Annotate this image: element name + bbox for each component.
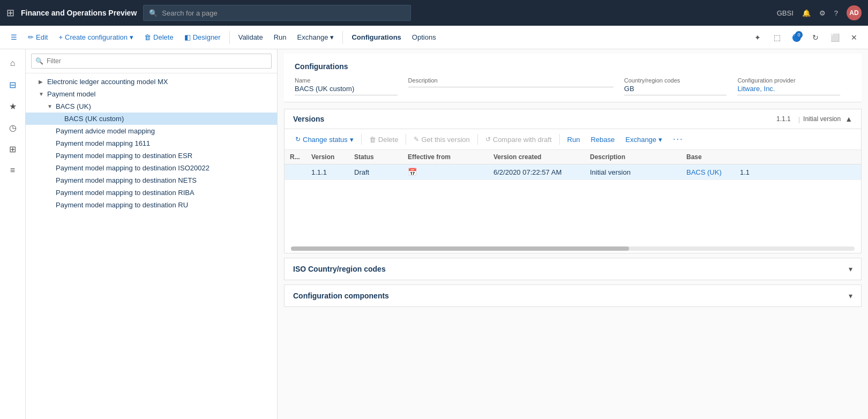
- user-avatar[interactable]: AD: [847, 5, 862, 20]
- home-icon-btn[interactable]: ⌂: [3, 54, 23, 73]
- tree-item-payment-mapping-riba[interactable]: Payment model mapping to destination RIB…: [26, 186, 277, 199]
- expand-btn[interactable]: ⬚: [769, 30, 784, 45]
- settings-icon[interactable]: ⚙: [819, 9, 826, 17]
- filter-search-icon: 🔍: [35, 57, 43, 65]
- col-base-ver-header: [735, 150, 861, 164]
- versions-header: Versions 1.1.1 | Initial version ▲: [285, 109, 861, 129]
- iso-section-header[interactable]: ISO Country/region codes ▾: [285, 258, 861, 280]
- tree-item-payment-mapping-1611[interactable]: Payment model mapping 1611: [26, 137, 277, 149]
- filter-icon-btn[interactable]: ⊟: [3, 75, 23, 94]
- user-label: GBSI: [777, 9, 794, 17]
- tree-item-bacs-uk-custom[interactable]: BACS (UK custom): [26, 113, 277, 125]
- desc-value: [408, 85, 613, 87]
- compare-draft-btn[interactable]: ↺ Compare with draft: [481, 133, 556, 146]
- tree-item-payment-advice[interactable]: Payment advice model mapping: [26, 125, 277, 137]
- versions-scrollbar[interactable]: [291, 246, 855, 251]
- versions-run-btn[interactable]: Run: [563, 133, 585, 146]
- list-icon-btn[interactable]: ≡: [3, 161, 23, 180]
- config-components-header[interactable]: Configuration components ▾: [285, 285, 861, 306]
- versions-scrollbar-thumb: [291, 246, 629, 251]
- config-components-collapse-icon: ▾: [849, 291, 852, 300]
- notification-icon[interactable]: 🔔: [802, 9, 811, 17]
- grid-icon-btn[interactable]: ⊞: [3, 139, 23, 159]
- search-bar[interactable]: 🔍 Search for a page: [143, 5, 411, 21]
- col-status-header: Status: [349, 150, 402, 164]
- country-field: Country/region codes GB: [624, 77, 738, 95]
- tree-item-payment-model[interactable]: ▼Payment model: [26, 88, 277, 100]
- recent-icon-btn[interactable]: ◷: [3, 118, 23, 137]
- versions-sep: |: [798, 115, 800, 123]
- window-btn[interactable]: ⬜: [827, 30, 842, 45]
- get-this-version-btn[interactable]: ✎ Get this version: [409, 133, 474, 146]
- row-version: 1.1.1: [306, 164, 349, 180]
- top-bar: ⊞ Finance and Operations Preview 🔍 Searc…: [0, 0, 868, 26]
- v-separator-3: [477, 134, 478, 145]
- star-icon-btn[interactable]: ★: [3, 96, 23, 116]
- tree-item-bacs-uk[interactable]: ▼BACS (UK): [26, 100, 277, 113]
- main-layout: ⌂ ⊟ ★ ◷ ⊞ ≡ 🔍 ▶Electronic ledger account…: [0, 49, 868, 419]
- badge-btn[interactable]: 🔵 0: [789, 30, 804, 45]
- versions-more-btn[interactable]: ···: [669, 132, 687, 146]
- content-panel: Configurations Name BACS (UK custom) Des…: [278, 49, 868, 419]
- calendar-icon[interactable]: 📅: [408, 168, 417, 176]
- exchange-btn[interactable]: Exchange ▾: [293, 31, 339, 43]
- provider-field: Configuration provider Litware, Inc.: [737, 77, 851, 95]
- tree-item-label: Electronic ledger accounting model MX: [47, 78, 273, 86]
- close-btn[interactable]: ✕: [847, 30, 862, 45]
- provider-value[interactable]: Litware, Inc.: [737, 85, 840, 95]
- versions-collapse-icon[interactable]: ▲: [845, 115, 852, 123]
- tree-item-payment-mapping-iso[interactable]: Payment model mapping to destination ISO…: [26, 162, 277, 174]
- refresh-btn[interactable]: ↻: [808, 30, 823, 45]
- grid-icon[interactable]: ⊞: [6, 7, 14, 19]
- country-value: GB: [624, 85, 727, 95]
- versions-section: Versions 1.1.1 | Initial version ▲ ↻ Cha…: [284, 109, 862, 253]
- tree-filter-area: 🔍: [26, 49, 277, 73]
- compare-icon: ↺: [485, 136, 491, 143]
- change-status-btn[interactable]: ↻ Change status ▾: [291, 133, 358, 146]
- versions-trash-icon: 🗑: [369, 136, 376, 144]
- tree-item-payment-mapping-nets[interactable]: Payment model mapping to destination NET…: [26, 174, 277, 186]
- table-row[interactable]: 1.1.1 Draft 📅 6/2/2020 07:22:57 AM Initi…: [285, 164, 861, 180]
- name-field: Name BACS (UK custom): [295, 77, 408, 95]
- search-icon: 🔍: [149, 9, 158, 17]
- toolbar-separator-2: [342, 31, 343, 44]
- versions-version-label: Initial version: [803, 115, 841, 123]
- exchange-btn-chevron: ▾: [659, 136, 662, 144]
- versions-table-wrap: R... Version Status Effective from Versi…: [285, 150, 861, 180]
- options-tab[interactable]: Options: [408, 31, 440, 43]
- run-btn[interactable]: Run: [270, 31, 291, 43]
- desc-label: Description: [408, 77, 613, 84]
- tree-item-payment-mapping-ru[interactable]: Payment model mapping to destination RU: [26, 199, 277, 211]
- edit-btn[interactable]: ✏ Edit: [24, 31, 52, 43]
- tree-item-electronic-ledger[interactable]: ▶Electronic ledger accounting model MX: [26, 76, 277, 88]
- rebase-btn[interactable]: Rebase: [586, 133, 619, 146]
- filter-input[interactable]: [31, 54, 272, 69]
- config-components-section: Configuration components ▾: [284, 285, 862, 307]
- versions-toolbar: ↻ Change status ▾ 🗑 Delete ✎ Get this ve…: [285, 129, 861, 150]
- change-status-chevron: ▾: [350, 136, 354, 144]
- tree-item-payment-mapping-esr[interactable]: Payment model mapping to destination ESR: [26, 149, 277, 162]
- tree-item-label: Payment model mapping to destination ESR: [56, 152, 273, 160]
- create-config-btn[interactable]: + Create configuration ▾: [54, 31, 138, 43]
- designer-btn[interactable]: ◧ Designer: [180, 31, 225, 43]
- row-status: Draft: [349, 164, 402, 180]
- edit-icon: ✏: [28, 33, 34, 41]
- validate-btn[interactable]: Validate: [234, 31, 267, 43]
- delete-btn[interactable]: 🗑 Delete: [140, 31, 178, 43]
- configurations-tab[interactable]: Configurations: [347, 31, 405, 43]
- trash-icon: 🗑: [144, 33, 151, 41]
- versions-empty-space: [285, 180, 861, 244]
- col-desc-header: Description: [585, 150, 681, 164]
- star-btn[interactable]: ✦: [750, 30, 765, 45]
- versions-delete-btn[interactable]: 🗑 Delete: [365, 133, 403, 146]
- row-version-created: 6/2/2020 07:22:57 AM: [488, 164, 585, 180]
- country-label: Country/region codes: [624, 77, 727, 84]
- panel-wrapper: Configurations Name BACS (UK custom) Des…: [278, 49, 868, 311]
- versions-exchange-btn[interactable]: Exchange ▾: [621, 133, 667, 146]
- iso-section-title: ISO Country/region codes: [293, 265, 849, 273]
- collapse-sidebar-btn[interactable]: ☰: [6, 31, 21, 43]
- tree-item-label: Payment model mapping to destination ISO…: [56, 164, 273, 172]
- designer-icon: ◧: [184, 33, 191, 41]
- help-icon[interactable]: ?: [834, 9, 838, 17]
- tree-panel: 🔍 ▶Electronic ledger accounting model MX…: [26, 49, 278, 419]
